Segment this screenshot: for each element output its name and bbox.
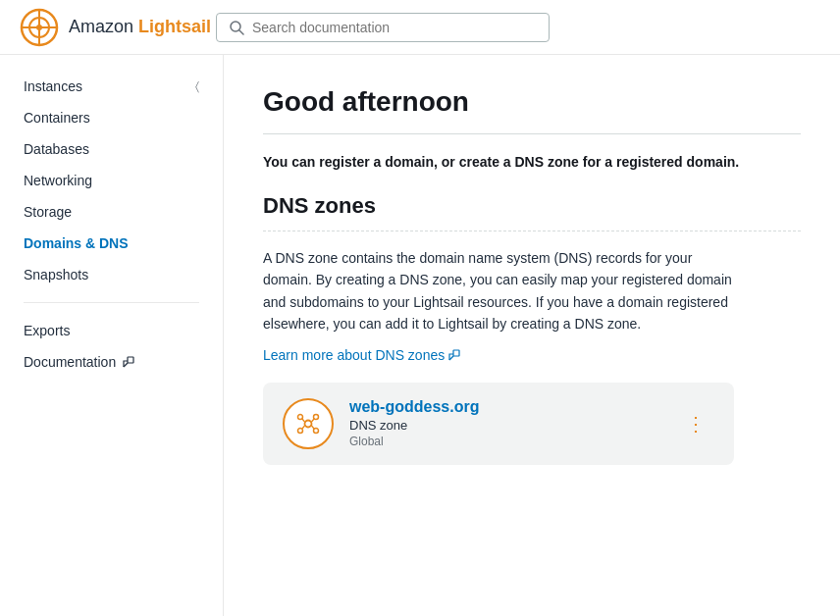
learn-more-link[interactable]: Learn more about DNS zones <box>263 347 460 363</box>
svg-line-19 <box>312 426 315 429</box>
greeting-heading: Good afternoon <box>263 86 801 118</box>
sidebar-item-documentation[interactable]: Documentation <box>0 346 223 378</box>
external-link-icon <box>123 356 134 368</box>
dns-icon <box>283 398 334 449</box>
dns-section-description: A DNS zone contains the domain name syst… <box>263 247 734 335</box>
dns-card-menu-button[interactable]: ⋮ <box>678 408 714 439</box>
svg-line-18 <box>302 426 305 429</box>
sidebar-item-domains-dns[interactable]: Domains & DNS <box>0 228 223 259</box>
sidebar-item-exports[interactable]: Exports <box>0 315 223 346</box>
sidebar-item-databases[interactable]: Databases <box>0 133 223 165</box>
search-bar[interactable] <box>216 13 550 42</box>
main-content: Good afternoon You can register a domain… <box>224 55 840 616</box>
svg-point-13 <box>314 414 319 419</box>
dns-zones-heading: DNS zones <box>263 193 801 219</box>
svg-point-14 <box>298 428 303 433</box>
sidebar-item-networking[interactable]: Networking <box>0 165 223 196</box>
sidebar: Instances 〈 Containers Databases Network… <box>0 55 224 616</box>
svg-point-11 <box>305 420 312 427</box>
dns-node-icon <box>293 409 323 438</box>
sidebar-item-containers[interactable]: Containers <box>0 102 223 133</box>
greeting-divider <box>263 133 801 134</box>
header: Amazon Lightsail <box>0 0 840 55</box>
svg-line-17 <box>312 419 315 422</box>
search-icon <box>229 20 244 35</box>
sidebar-item-instances[interactable]: Instances 〈 <box>0 71 223 102</box>
sidebar-item-storage[interactable]: Storage <box>0 196 223 228</box>
logo-area: Amazon Lightsail <box>20 8 216 47</box>
svg-point-4 <box>36 25 42 30</box>
svg-point-12 <box>298 414 303 419</box>
logo-icon <box>20 8 59 47</box>
dns-card-info: web-goddess.org DNS zone Global <box>349 398 662 448</box>
dns-zone-card: web-goddess.org DNS zone Global ⋮ <box>263 383 734 465</box>
logo-text: Amazon Lightsail <box>69 17 211 37</box>
sidebar-divider <box>24 302 199 303</box>
svg-rect-7 <box>128 357 133 363</box>
sidebar-item-snapshots[interactable]: Snapshots <box>0 259 223 290</box>
layout: Instances 〈 Containers Databases Network… <box>0 55 840 616</box>
svg-point-15 <box>314 428 319 433</box>
chevron-icon: 〈 <box>195 79 199 93</box>
svg-rect-9 <box>453 350 459 356</box>
dns-card-type: DNS zone <box>349 418 662 433</box>
svg-line-10 <box>449 356 453 360</box>
dns-card-scope: Global <box>349 435 662 448</box>
dns-card-name[interactable]: web-goddess.org <box>349 398 662 416</box>
learn-more-external-icon <box>448 349 460 361</box>
search-input[interactable] <box>252 20 537 35</box>
section-divider <box>263 231 801 231</box>
intro-text: You can register a domain, or create a D… <box>263 154 754 170</box>
svg-line-6 <box>239 30 243 34</box>
svg-line-16 <box>302 419 305 422</box>
